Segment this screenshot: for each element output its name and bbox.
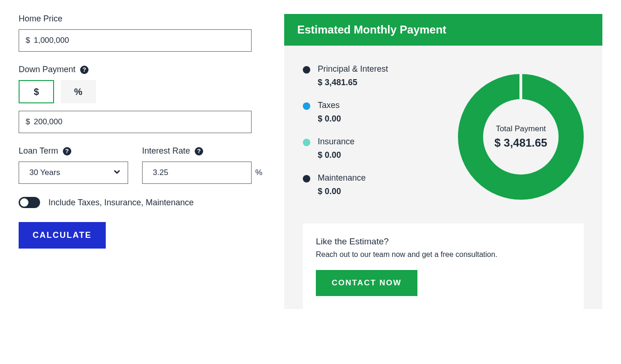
breakdown-value: $ 0.00 xyxy=(318,114,341,124)
contact-button[interactable]: CONTACT NOW xyxy=(316,270,417,296)
breakdown-label: Taxes xyxy=(318,101,341,110)
help-icon[interactable]: ? xyxy=(63,147,71,155)
loan-term-value[interactable] xyxy=(26,168,132,177)
home-price-group: Home Price $ xyxy=(19,14,252,52)
percent-suffix: % xyxy=(255,168,262,177)
breakdown-label: Maintenance xyxy=(318,173,366,183)
total-value: $ 3,481.65 xyxy=(494,136,547,149)
help-icon[interactable]: ? xyxy=(80,66,89,74)
down-payment-unit-tabs: $ % xyxy=(19,80,252,103)
down-payment-label: Down Payment xyxy=(19,65,75,74)
help-icon[interactable]: ? xyxy=(195,147,203,155)
include-toggle-row: Include Taxes, Insurance, Maintenance xyxy=(19,197,252,208)
dollar-prefix: $ xyxy=(26,117,30,127)
loan-term-label: Loan Term xyxy=(19,146,58,156)
breakdown-value: $ 0.00 xyxy=(318,187,366,196)
interest-rate-input-box[interactable]: % xyxy=(142,162,252,184)
cta-subtitle: Reach out to our team now and get a free… xyxy=(316,250,571,259)
breakdown-item: Maintenance $ 0.00 xyxy=(303,173,444,196)
total-label: Total Payment xyxy=(494,124,547,134)
breakdown-item: Insurance $ 0.00 xyxy=(303,137,444,160)
tab-percent[interactable]: % xyxy=(61,80,96,103)
breakdown-value: $ 3,481.65 xyxy=(318,78,388,88)
down-payment-input-box[interactable]: $ xyxy=(19,111,252,133)
interest-rate-group: Interest Rate ? % xyxy=(142,146,252,184)
breakdown-value: $ 0.00 xyxy=(318,150,355,160)
breakdown-label: Insurance xyxy=(318,137,355,147)
breakdown-label: Principal & Interest xyxy=(318,64,388,74)
donut-chart: Total Payment $ 3,481.65 xyxy=(458,64,584,209)
calculate-button[interactable]: CALCULATE xyxy=(19,222,106,249)
loan-term-group: Loan Term ? xyxy=(19,146,128,184)
breakdown-list: Principal & Interest $ 3,481.65 Taxes $ … xyxy=(303,64,444,209)
interest-rate-label: Interest Rate xyxy=(142,146,190,156)
legend-dot xyxy=(303,175,310,182)
home-price-input-box[interactable]: $ xyxy=(19,29,252,52)
tab-dollar[interactable]: $ xyxy=(19,80,54,103)
interest-rate-input[interactable] xyxy=(149,168,255,177)
include-toggle[interactable] xyxy=(19,197,40,208)
home-price-label: Home Price xyxy=(19,14,62,24)
breakdown-item: Taxes $ 0.00 xyxy=(303,101,444,124)
calculator-form: Home Price $ Down Payment ? $ % $ xyxy=(19,14,252,328)
loan-term-select[interactable] xyxy=(19,162,128,184)
legend-dot xyxy=(303,139,310,146)
svg-rect-1 xyxy=(519,74,522,99)
home-price-input[interactable] xyxy=(30,36,245,45)
legend-dot xyxy=(303,102,310,110)
cta-title: Like the Estimate? xyxy=(316,236,571,247)
cta-box: Like the Estimate? Reach out to our team… xyxy=(303,223,584,309)
result-title: Estimated Monthly Payment xyxy=(284,14,602,46)
dollar-prefix: $ xyxy=(26,36,30,45)
legend-dot xyxy=(303,66,310,74)
toggle-knob xyxy=(20,198,28,207)
include-toggle-label: Include Taxes, Insurance, Maintenance xyxy=(48,198,194,208)
breakdown-item: Principal & Interest $ 3,481.65 xyxy=(303,64,444,88)
down-payment-input[interactable] xyxy=(30,117,245,127)
down-payment-group: Down Payment ? $ % $ xyxy=(19,65,252,133)
result-panel: Estimated Monthly Payment Principal & In… xyxy=(284,14,602,309)
